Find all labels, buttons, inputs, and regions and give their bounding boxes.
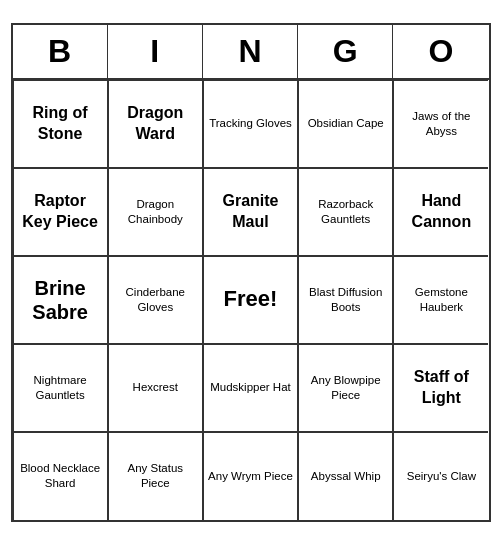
cell-text-10: Brine Sabre (18, 276, 103, 324)
bingo-cell-22: Any Wrym Piece (203, 432, 298, 520)
header-letter-n: N (203, 25, 298, 78)
cell-text-13: Blast Diffusion Boots (303, 285, 388, 315)
cell-text-15: Nightmare Gauntlets (18, 373, 103, 403)
bingo-cell-14: Gemstone Hauberk (393, 256, 488, 344)
bingo-cell-9: Hand Cannon (393, 168, 488, 256)
cell-text-3: Obsidian Cape (308, 116, 384, 131)
bingo-cell-18: Any Blowpipe Piece (298, 344, 393, 432)
cell-text-4: Jaws of the Abyss (398, 109, 484, 139)
bingo-cell-16: Hexcrest (108, 344, 203, 432)
cell-text-21: Any Status Piece (113, 461, 198, 491)
header-letter-b: B (13, 25, 108, 78)
bingo-cell-3: Obsidian Cape (298, 80, 393, 168)
cell-text-20: Blood Necklace Shard (18, 461, 103, 491)
cell-text-8: Razorback Gauntlets (303, 197, 388, 227)
bingo-cell-6: Dragon Chainbody (108, 168, 203, 256)
cell-text-17: Mudskipper Hat (210, 380, 291, 395)
cell-text-2: Tracking Gloves (209, 116, 292, 131)
cell-text-5: Raptor Key Piece (18, 191, 103, 233)
cell-text-19: Staff of Light (398, 367, 484, 409)
bingo-cell-12: Free! (203, 256, 298, 344)
cell-text-12: Free! (224, 285, 278, 314)
bingo-cell-4: Jaws of the Abyss (393, 80, 488, 168)
bingo-cell-15: Nightmare Gauntlets (13, 344, 108, 432)
bingo-cell-13: Blast Diffusion Boots (298, 256, 393, 344)
cell-text-9: Hand Cannon (398, 191, 484, 233)
bingo-cell-23: Abyssal Whip (298, 432, 393, 520)
header-letter-i: I (108, 25, 203, 78)
bingo-cell-17: Mudskipper Hat (203, 344, 298, 432)
cell-text-24: Seiryu's Claw (407, 469, 476, 484)
bingo-cell-7: Granite Maul (203, 168, 298, 256)
bingo-cell-1: Dragon Ward (108, 80, 203, 168)
cell-text-6: Dragon Chainbody (113, 197, 198, 227)
bingo-cell-20: Blood Necklace Shard (13, 432, 108, 520)
cell-text-18: Any Blowpipe Piece (303, 373, 388, 403)
cell-text-16: Hexcrest (133, 380, 178, 395)
bingo-grid: Ring of StoneDragon WardTracking GlovesO… (13, 80, 489, 520)
bingo-cell-8: Razorback Gauntlets (298, 168, 393, 256)
cell-text-14: Gemstone Hauberk (398, 285, 484, 315)
cell-text-0: Ring of Stone (18, 103, 103, 145)
header-letter-o: O (393, 25, 488, 78)
cell-text-23: Abyssal Whip (311, 469, 381, 484)
bingo-cell-24: Seiryu's Claw (393, 432, 488, 520)
bingo-cell-21: Any Status Piece (108, 432, 203, 520)
cell-text-1: Dragon Ward (113, 103, 198, 145)
bingo-cell-11: Cinderbane Gloves (108, 256, 203, 344)
bingo-cell-5: Raptor Key Piece (13, 168, 108, 256)
cell-text-11: Cinderbane Gloves (113, 285, 198, 315)
cell-text-22: Any Wrym Piece (208, 469, 293, 484)
bingo-cell-0: Ring of Stone (13, 80, 108, 168)
bingo-cell-10: Brine Sabre (13, 256, 108, 344)
bingo-header: BINGO (13, 25, 489, 80)
bingo-cell-2: Tracking Gloves (203, 80, 298, 168)
bingo-cell-19: Staff of Light (393, 344, 488, 432)
bingo-card: BINGO Ring of StoneDragon WardTracking G… (11, 23, 491, 522)
header-letter-g: G (298, 25, 393, 78)
cell-text-7: Granite Maul (208, 191, 293, 233)
